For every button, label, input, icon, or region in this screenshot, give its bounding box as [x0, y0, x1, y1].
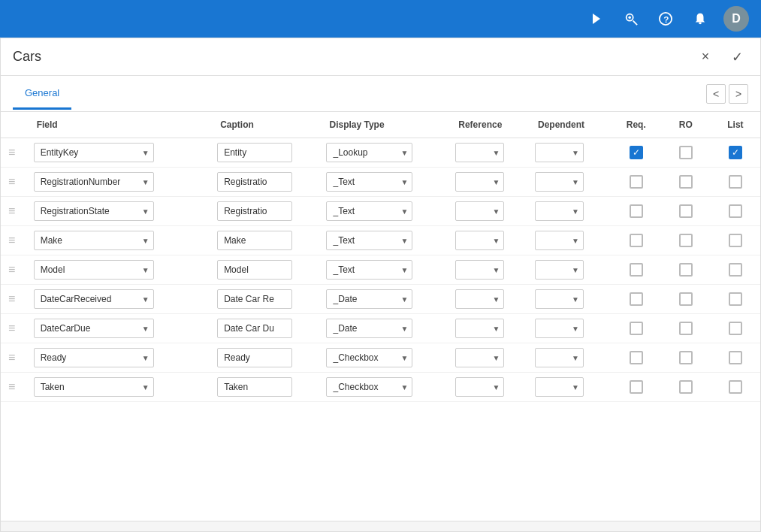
ro-checkbox[interactable]	[679, 380, 693, 394]
tab-general[interactable]: General	[13, 78, 71, 110]
display-type-select[interactable]: _Checkbox	[326, 377, 412, 397]
reference-select[interactable]	[455, 172, 504, 192]
req-checkbox[interactable]	[630, 292, 643, 306]
field-select[interactable]: RegistrationNumber	[34, 172, 154, 192]
list-checkbox[interactable]	[729, 146, 742, 159]
dependent-select[interactable]	[535, 348, 584, 367]
field-select[interactable]: EntityKey	[34, 143, 154, 162]
ro-checkbox[interactable]	[679, 146, 693, 159]
reference-select[interactable]	[455, 348, 504, 367]
display-type-select[interactable]: _Checkbox	[326, 348, 412, 367]
drag-handle[interactable]: ≡	[4, 292, 20, 305]
reference-select[interactable]	[455, 201, 504, 221]
dependent-select[interactable]	[535, 172, 584, 192]
bell-icon[interactable]	[689, 8, 711, 30]
list-checkbox[interactable]	[729, 351, 742, 364]
dependent-select[interactable]	[535, 319, 584, 338]
table-row: ≡ RegistrationState ▼ _Text ▼ ▼ ▼	[1, 197, 760, 226]
list-checkbox[interactable]	[729, 234, 742, 247]
reference-select[interactable]	[455, 260, 504, 280]
svg-marker-0	[593, 14, 600, 24]
horizontal-scrollbar[interactable]	[1, 521, 760, 531]
ro-checkbox[interactable]	[679, 175, 693, 189]
reference-select[interactable]	[455, 289, 504, 309]
field-select[interactable]: Model	[34, 260, 154, 280]
help-icon[interactable]: ?	[654, 8, 677, 30]
drag-handle[interactable]: ≡	[4, 204, 20, 217]
ro-checkbox[interactable]	[679, 234, 693, 247]
play-icon[interactable]	[585, 8, 608, 30]
field-select[interactable]: Ready	[34, 348, 154, 367]
tab-prev-button[interactable]: <	[706, 84, 726, 104]
field-select[interactable]: DateCarReceived	[34, 289, 154, 309]
field-select[interactable]: Taken	[34, 377, 154, 397]
search-icon[interactable]	[620, 8, 642, 30]
caption-input[interactable]	[217, 172, 292, 192]
req-checkbox[interactable]	[630, 263, 643, 277]
caption-input[interactable]	[217, 260, 292, 280]
reference-select[interactable]	[455, 377, 504, 397]
dep-select-wrap: ▼	[535, 172, 584, 192]
req-checkbox[interactable]	[630, 351, 643, 364]
list-checkbox[interactable]	[729, 292, 742, 306]
caption-input[interactable]	[217, 377, 292, 397]
req-checkbox[interactable]	[630, 204, 643, 218]
caption-input[interactable]	[217, 289, 292, 309]
ro-checkbox[interactable]	[679, 204, 693, 218]
caption-input[interactable]	[217, 201, 292, 221]
req-checkbox[interactable]	[630, 322, 643, 335]
caption-input[interactable]	[217, 231, 292, 250]
field-select[interactable]: DateCarDue	[34, 319, 154, 338]
req-checkbox[interactable]	[630, 234, 643, 247]
tab-next-button[interactable]: >	[729, 84, 748, 104]
dependent-select[interactable]	[535, 143, 584, 162]
dependent-select[interactable]	[535, 377, 584, 397]
reference-select[interactable]	[455, 143, 504, 162]
drag-handle[interactable]: ≡	[4, 263, 20, 276]
dependent-select[interactable]	[535, 201, 584, 221]
caption-input[interactable]	[217, 143, 292, 162]
list-checkbox[interactable]	[729, 380, 742, 394]
drag-handle[interactable]: ≡	[4, 175, 20, 188]
req-checkbox[interactable]	[630, 380, 643, 394]
drag-handle[interactable]: ≡	[4, 234, 20, 246]
col-ro: RO	[661, 112, 711, 138]
list-checkbox[interactable]	[729, 204, 742, 218]
drag-handle[interactable]: ≡	[4, 380, 20, 393]
table-row: ≡ DateCarReceived ▼ _Date ▼ ▼ ▼	[1, 285, 760, 314]
avatar[interactable]: D	[723, 6, 749, 32]
ro-checkbox[interactable]	[679, 351, 693, 364]
dependent-select[interactable]	[535, 260, 584, 280]
reference-select[interactable]	[455, 319, 504, 338]
display-type-select[interactable]: _Text	[326, 172, 412, 192]
ro-checkbox[interactable]	[679, 322, 693, 335]
ref-select-wrap: ▼	[455, 377, 504, 397]
field-select[interactable]: RegistrationState	[34, 201, 154, 221]
display-type-select[interactable]: _Date	[326, 289, 412, 309]
confirm-button[interactable]: ✓	[726, 46, 748, 68]
caption-input[interactable]	[217, 348, 292, 367]
display-type-select[interactable]: _Date	[326, 319, 412, 338]
list-checkbox[interactable]	[729, 263, 742, 277]
req-checkbox[interactable]	[630, 175, 643, 189]
drag-handle[interactable]: ≡	[4, 351, 20, 364]
table-row: ≡ Model ▼ _Text ▼ ▼ ▼	[1, 255, 760, 285]
dependent-select[interactable]	[535, 231, 584, 250]
req-checkbox[interactable]	[630, 146, 643, 159]
display-type-select[interactable]: _Text	[326, 201, 412, 221]
col-dependent: Dependent	[532, 112, 612, 138]
list-checkbox[interactable]	[729, 322, 742, 335]
list-checkbox[interactable]	[729, 175, 742, 189]
field-select[interactable]: Make	[34, 231, 154, 250]
display-type-select[interactable]: _Text	[326, 260, 412, 280]
reference-select[interactable]	[455, 231, 504, 250]
drag-handle[interactable]: ≡	[4, 322, 20, 334]
ro-checkbox[interactable]	[679, 263, 693, 277]
close-button[interactable]: ×	[694, 46, 717, 68]
display-type-select[interactable]: _Text	[326, 231, 412, 250]
display-type-select[interactable]: _Lookup	[326, 143, 412, 162]
ro-checkbox[interactable]	[679, 292, 693, 306]
dependent-select[interactable]	[535, 289, 584, 309]
caption-input[interactable]	[217, 319, 292, 338]
drag-handle[interactable]: ≡	[4, 146, 20, 159]
